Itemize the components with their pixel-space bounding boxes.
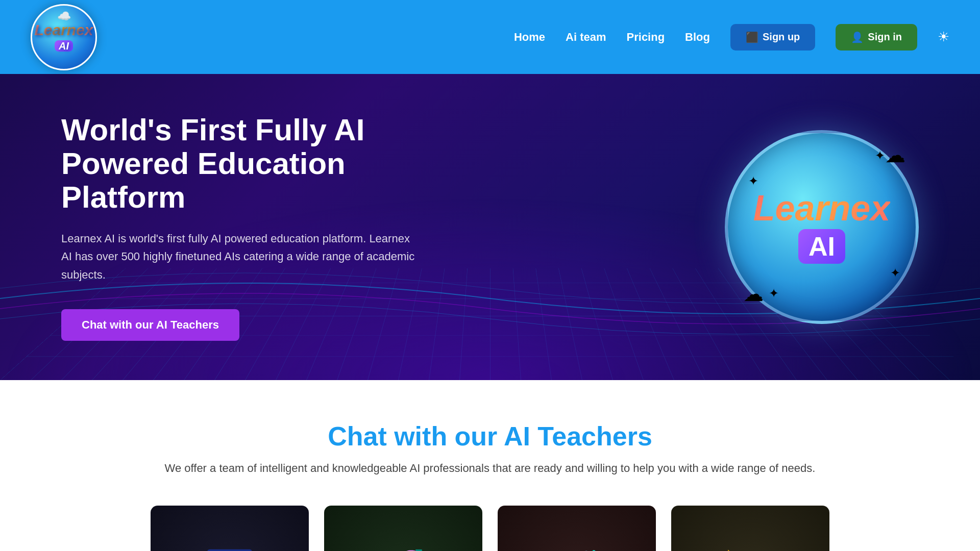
signup-label: Sign up — [763, 31, 800, 43]
clouds-decoration: ☁️ — [57, 10, 71, 23]
hero-logo: ✦ ✦ ✦ ✦ ☁ ☁ Learnex AI — [725, 130, 919, 324]
teacher-cards-row: 🌌 🧬 🧪 📐 — [61, 506, 919, 551]
star-decoration-1: ✦ — [875, 148, 885, 163]
teacher-card-chemistry[interactable]: 🧪 — [498, 506, 656, 551]
theme-icon: ☀ — [938, 29, 949, 44]
logo-brand: Learnex — [34, 22, 93, 38]
teacher-card-physics[interactable]: 🌌 — [151, 506, 309, 551]
star-decoration-2: ✦ — [748, 174, 758, 188]
teachers-section-subtitle: We offer a team of intelligent and knowl… — [61, 462, 919, 475]
signin-icon: 👤 — [851, 31, 864, 43]
hero-subtitle: Learnex AI is world's first fully AI pow… — [61, 230, 419, 284]
signup-button[interactable]: ⬛ Sign up — [730, 24, 815, 51]
nav-pricing[interactable]: Pricing — [627, 31, 665, 44]
signin-button[interactable]: 👤 Sign in — [836, 24, 917, 51]
logo-ai: AI — [55, 40, 73, 52]
logo: ☁️ Learnex AI — [31, 4, 97, 70]
cloud-decoration-2: ☁ — [885, 143, 905, 167]
card-icon-physics: 🌌 — [151, 506, 309, 551]
nav-blog[interactable]: Blog — [685, 31, 710, 44]
teacher-card-math[interactable]: 📐 — [671, 506, 829, 551]
hero-text: World's First Fully AI Powered Education… — [61, 113, 419, 341]
card-icon-chemistry: 🧪 — [498, 506, 656, 551]
hero-content: World's First Fully AI Powered Education… — [0, 83, 980, 371]
star-decoration-3: ✦ — [890, 266, 900, 280]
nav: Home Ai team Pricing Blog ⬛ Sign up 👤 Si… — [514, 24, 949, 51]
header: ☁️ Learnex AI Home Ai team Pricing Blog … — [0, 0, 980, 74]
hero-section: World's First Fully AI Powered Education… — [0, 74, 980, 380]
teacher-card-biology[interactable]: 🧬 — [324, 506, 482, 551]
hero-cta-button[interactable]: Chat with our AI Teachers — [61, 309, 239, 341]
star-decoration-4: ✦ — [769, 286, 779, 300]
hero-logo-brand: Learnex — [753, 190, 890, 226]
nav-ai-team[interactable]: Ai team — [566, 31, 606, 44]
signup-icon: ⬛ — [746, 31, 758, 43]
logo-text: Learnex AI — [34, 22, 93, 52]
cloud-decoration-1: ☁ — [743, 282, 764, 306]
teachers-section: Chat with our AI Teachers We offer a tea… — [0, 380, 980, 551]
logo-area: ☁️ Learnex AI — [31, 4, 97, 70]
hero-logo-text: Learnex AI — [753, 190, 890, 264]
teachers-section-title: Chat with our AI Teachers — [61, 421, 919, 452]
hero-title: World's First Fully AI Powered Education… — [61, 113, 419, 214]
card-icon-biology: 🧬 — [324, 506, 482, 551]
hero-logo-ai: AI — [798, 229, 845, 264]
theme-toggle-button[interactable]: ☀ — [938, 29, 949, 45]
nav-home[interactable]: Home — [514, 31, 545, 44]
card-icon-math: 📐 — [671, 506, 829, 551]
signin-label: Sign in — [868, 31, 902, 43]
